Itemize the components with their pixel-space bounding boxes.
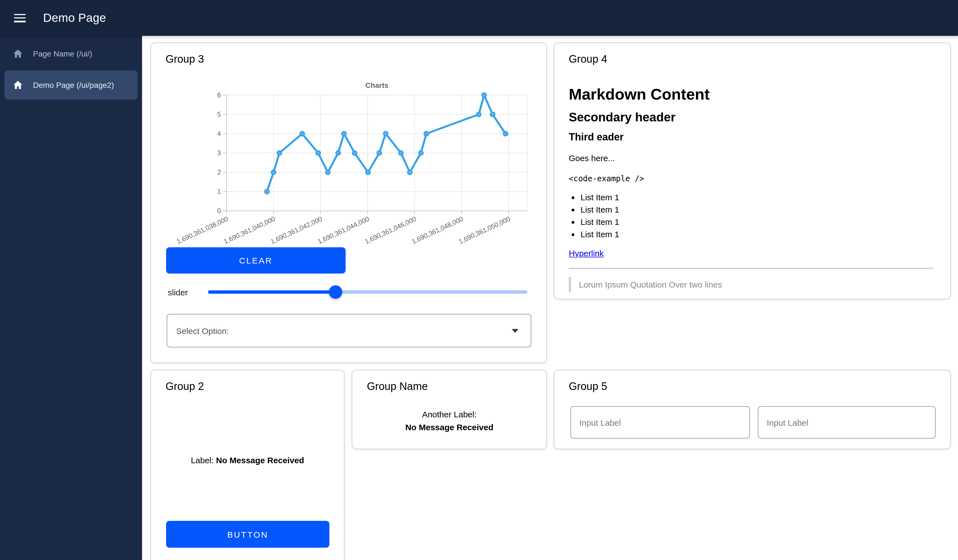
action-button[interactable]: BUTTON bbox=[166, 521, 329, 548]
svg-text:6: 6 bbox=[217, 91, 221, 99]
card-title: Group 3 bbox=[165, 53, 204, 65]
slider[interactable] bbox=[208, 282, 527, 301]
sidebar: Page Name (/ui/) Demo Page (/ui/page2) bbox=[0, 36, 142, 560]
svg-text:4: 4 bbox=[217, 130, 221, 137]
markdown-code: <code-example /> bbox=[569, 174, 933, 183]
svg-text:1,690,361,044,000: 1,690,361,044,000 bbox=[317, 215, 371, 245]
card-group4: Group 4 Markdown Content Secondary heade… bbox=[554, 43, 951, 299]
svg-text:0: 0 bbox=[217, 207, 221, 214]
svg-text:1: 1 bbox=[217, 188, 221, 195]
sidebar-item-label: Demo Page (/ui/page2) bbox=[33, 81, 114, 89]
svg-text:1,690,361,042,000: 1,690,361,042,000 bbox=[269, 215, 323, 245]
line-chart: 01234561,690,361,038,0001,690,361,040,00… bbox=[157, 77, 534, 261]
card-group5: Group 5 bbox=[554, 370, 951, 449]
menu-icon[interactable] bbox=[14, 14, 26, 22]
list-item: List Item 1 bbox=[581, 192, 933, 203]
another-label-value: No Message Received bbox=[352, 422, 546, 432]
sidebar-item-page-name[interactable]: Page Name (/ui/) bbox=[5, 39, 138, 68]
markdown-h1: Markdown Content bbox=[569, 86, 933, 103]
hyperlink[interactable]: Hyperlink bbox=[569, 248, 604, 258]
home-icon bbox=[12, 48, 24, 59]
markdown-list: List Item 1 List Item 1 List Item 1 List… bbox=[569, 192, 933, 240]
svg-text:1,690,361,040,000: 1,690,361,040,000 bbox=[222, 215, 276, 245]
another-label-prefix: Another Label: bbox=[352, 409, 546, 419]
select-label: Select Option: bbox=[176, 326, 229, 335]
sidebar-item-label: Page Name (/ui/) bbox=[33, 49, 92, 58]
svg-text:1,690,361,038,000: 1,690,361,038,000 bbox=[175, 215, 229, 245]
label-prefix: Label: bbox=[191, 455, 214, 465]
markdown-paragraph: Goes here... bbox=[569, 153, 933, 163]
app-title: Demo Page bbox=[43, 11, 106, 25]
card-title: Group 4 bbox=[569, 53, 607, 65]
input-field-1[interactable] bbox=[571, 406, 750, 439]
sidebar-item-demo-page[interactable]: Demo Page (/ui/page2) bbox=[5, 70, 138, 100]
card-title: Group 5 bbox=[569, 381, 607, 393]
slider-fill bbox=[208, 290, 336, 294]
list-item: List Item 1 bbox=[581, 229, 933, 240]
card-title: Group 2 bbox=[165, 381, 204, 393]
card-title: Group Name bbox=[367, 381, 428, 393]
svg-text:1,690,361,046,000: 1,690,361,046,000 bbox=[363, 215, 417, 245]
divider bbox=[569, 268, 933, 268]
slider-thumb[interactable] bbox=[329, 285, 342, 299]
markdown-h3: Third eader bbox=[569, 132, 933, 143]
clear-button[interactable]: CLEAR bbox=[166, 247, 346, 274]
slider-label: slider bbox=[168, 287, 188, 297]
label-value: No Message Received bbox=[216, 455, 304, 465]
main-content: Group 3 01234561,690,361,038,0001,690,36… bbox=[142, 36, 958, 560]
home-icon bbox=[12, 79, 24, 90]
blockquote: Lorum Ipsum Quotation Over two lines bbox=[569, 277, 933, 292]
list-item: List Item 1 bbox=[581, 204, 933, 215]
svg-text:5: 5 bbox=[217, 111, 221, 118]
message-label: Label: No Message Received bbox=[151, 455, 344, 465]
select-option-dropdown[interactable]: Select Option: bbox=[167, 314, 531, 347]
svg-text:2: 2 bbox=[217, 168, 221, 176]
markdown-content: Markdown Content Secondary header Third … bbox=[569, 82, 933, 292]
card-group3: Group 3 01234561,690,361,038,0001,690,36… bbox=[151, 43, 547, 363]
svg-text:Charts: Charts bbox=[365, 81, 389, 89]
card-group2: Group 2 Label: No Message Received BUTTO… bbox=[151, 370, 344, 560]
card-group-name: Group Name Another Label: No Message Rec… bbox=[352, 370, 547, 449]
markdown-h2: Secondary header bbox=[569, 110, 933, 125]
input-field-2[interactable] bbox=[758, 406, 936, 439]
svg-text:1,690,361,048,000: 1,690,361,048,000 bbox=[411, 215, 465, 245]
svg-text:3: 3 bbox=[217, 149, 221, 157]
svg-text:1,690,361,050,000: 1,690,361,050,000 bbox=[457, 215, 511, 245]
app-root: Demo Page Page Name (/ui/) Demo Page (/u… bbox=[0, 0, 958, 560]
chevron-down-icon bbox=[512, 329, 519, 333]
top-bar: Demo Page bbox=[0, 0, 958, 36]
list-item: List Item 1 bbox=[581, 216, 933, 227]
